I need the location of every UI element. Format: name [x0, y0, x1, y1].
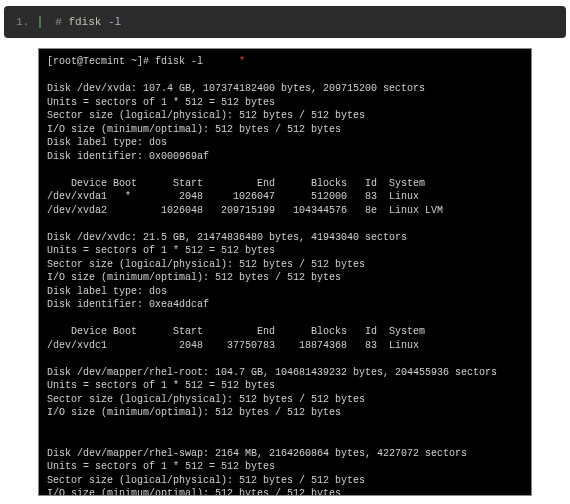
output-line: I/O size (minimum/optimal): 512 bytes / …: [47, 407, 341, 418]
partition-table-header: Device Boot Start End Blocks Id System: [47, 326, 425, 337]
output-line: I/O size (minimum/optimal): 512 bytes / …: [47, 272, 341, 283]
disk-xvdc-header: Disk /dev/xvdc: 21.5 GB, 21474836480 byt…: [47, 232, 407, 243]
output-line: Disk identifier: 0xea4ddcaf: [47, 299, 209, 310]
output-line: Disk label type: dos: [47, 137, 167, 148]
output-line: I/O size (minimum/optimal): 512 bytes / …: [47, 488, 341, 496]
partition-row: /dev/xvda2 1026048 209715199 104344576 8…: [47, 205, 443, 216]
shell-prompt: [root@Tecmint ~]# fdisk -l: [47, 56, 203, 67]
disk-xvda-header: Disk /dev/xvda: 107.4 GB, 107374182400 b…: [47, 83, 425, 94]
output-line: Sector size (logical/physical): 512 byte…: [47, 259, 365, 270]
code-snippet: 1. # fdisk -l: [4, 6, 566, 38]
output-line: Sector size (logical/physical): 512 byte…: [47, 110, 365, 121]
command-text: # fdisk -l: [55, 16, 121, 28]
disk-mapper-swap-header: Disk /dev/mapper/rhel-swap: 2164 MB, 216…: [47, 448, 467, 459]
partition-row: /dev/xvdc1 2048 37750783 18874368 83 Lin…: [47, 340, 419, 351]
terminal-output: [root@Tecmint ~]# fdisk -l * Disk /dev/x…: [39, 49, 531, 495]
terminal-window: [root@Tecmint ~]# fdisk -l * Disk /dev/x…: [38, 48, 532, 496]
output-line: Units = sectors of 1 * 512 = 512 bytes: [47, 245, 275, 256]
disk-mapper-root-header: Disk /dev/mapper/rhel-root: 104.7 GB, 10…: [47, 367, 497, 378]
command-name: fdisk: [68, 16, 101, 28]
partition-table-header: Device Boot Start End Blocks Id System: [47, 178, 425, 189]
output-line: Units = sectors of 1 * 512 = 512 bytes: [47, 380, 275, 391]
hash-comment: #: [55, 16, 68, 28]
output-line: Units = sectors of 1 * 512 = 512 bytes: [47, 461, 275, 472]
output-line: Units = sectors of 1 * 512 = 512 bytes: [47, 97, 275, 108]
output-line: Sector size (logical/physical): 512 byte…: [47, 394, 365, 405]
command-flag: -l: [101, 16, 121, 28]
output-line: I/O size (minimum/optimal): 512 bytes / …: [47, 124, 341, 135]
output-line: Disk identifier: 0x000969af: [47, 151, 209, 162]
line-number: 1.: [16, 16, 41, 28]
output-line: Sector size (logical/physical): 512 byte…: [47, 475, 365, 486]
output-line: Disk label type: dos: [47, 286, 167, 297]
asterisk-marker: *: [203, 56, 245, 67]
partition-row: /dev/xvda1 * 2048 1026047 512000 83 Linu…: [47, 191, 419, 202]
